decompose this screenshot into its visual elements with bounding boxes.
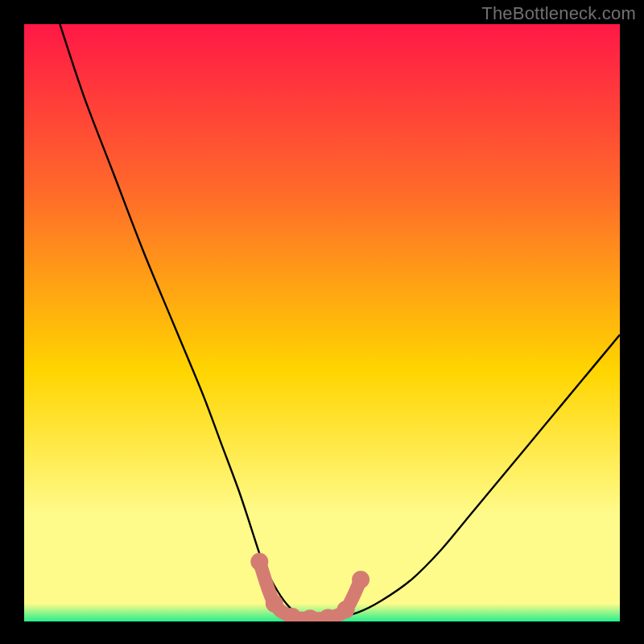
marker-dot bbox=[337, 601, 355, 618]
marker-dot bbox=[250, 553, 268, 571]
chart-frame: { "watermark": "TheBottleneck.com", "col… bbox=[0, 0, 644, 644]
marker-dot bbox=[283, 608, 301, 625]
marker-dot bbox=[301, 609, 319, 627]
marker-dot bbox=[319, 609, 336, 627]
bottleneck-chart bbox=[0, 0, 644, 644]
marker-dot bbox=[352, 571, 369, 588]
watermark-text: TheBottleneck.com bbox=[481, 3, 636, 24]
marker-dot bbox=[266, 595, 283, 613]
plot-background bbox=[24, 24, 620, 621]
